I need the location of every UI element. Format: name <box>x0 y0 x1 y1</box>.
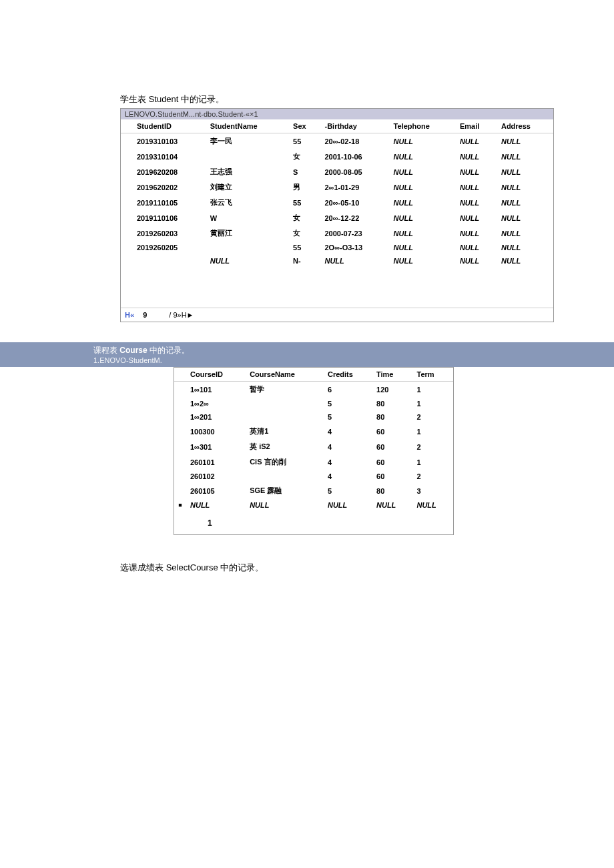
cell[interactable]: 2 <box>412 410 453 424</box>
cell[interactable]: 4 <box>324 439 372 454</box>
col-sex[interactable]: Sex <box>289 119 320 133</box>
cell[interactable]: 80 <box>372 483 412 498</box>
cell[interactable] <box>133 254 206 268</box>
cell[interactable]: NULL <box>412 498 453 512</box>
table-row[interactable]: 2019260203黄丽江女2000-07-23NULLNULLNULL <box>121 226 553 241</box>
cell[interactable]: NULL <box>497 179 553 195</box>
row-selector[interactable] <box>121 254 133 268</box>
cell[interactable]: NULL <box>390 133 456 149</box>
cell[interactable]: 1 <box>412 424 453 439</box>
cell[interactable]: NULL <box>390 254 456 268</box>
col-telephone[interactable]: Telephone <box>390 119 456 133</box>
table-row[interactable]: 1∞101暂学61201 <box>174 382 453 398</box>
cell[interactable]: 李一民 <box>206 133 289 149</box>
col-birthday[interactable]: -Birthday <box>320 119 389 133</box>
cell[interactable]: 55 <box>289 133 320 149</box>
col-courseid[interactable]: CourseID <box>186 368 246 382</box>
cell[interactable]: 60 <box>372 439 412 454</box>
table-row[interactable]: NULLN-NULLNULLNULLNULL <box>121 254 553 268</box>
row-selector[interactable] <box>174 410 186 424</box>
cell[interactable]: NULL <box>456 226 497 241</box>
cell[interactable]: 2019620202 <box>133 179 206 195</box>
cell[interactable]: NULL <box>497 210 553 226</box>
cell[interactable] <box>246 470 324 483</box>
cell[interactable]: NULL <box>390 179 456 195</box>
row-selector[interactable] <box>174 483 186 498</box>
cell[interactable]: NULL <box>206 254 289 268</box>
cell[interactable]: NULL <box>497 226 553 241</box>
cell[interactable]: 2000-07-23 <box>320 226 389 241</box>
cell[interactable]: 1∞2∞ <box>186 397 246 410</box>
table-row[interactable]: 2019260205552O∞-O3-13NULLNULLNULL <box>121 241 553 254</box>
cell[interactable]: 4 <box>324 454 372 470</box>
row-selector[interactable] <box>121 210 133 226</box>
cell[interactable]: NULL <box>324 498 372 512</box>
cell[interactable]: 2000-08-05 <box>320 164 389 179</box>
col-studentname[interactable]: StudentName <box>206 119 289 133</box>
cell[interactable]: 5 <box>324 483 372 498</box>
table-row[interactable]: 1∞2∞5801 <box>174 397 453 410</box>
cell[interactable]: 2019310103 <box>133 133 206 149</box>
row-selector[interactable] <box>174 470 186 483</box>
cell[interactable] <box>246 397 324 410</box>
cell[interactable]: NULL <box>456 149 497 164</box>
cell[interactable]: NULL <box>390 210 456 226</box>
cell[interactable]: 英清1 <box>246 424 324 439</box>
row-selector[interactable] <box>121 226 133 241</box>
cell[interactable]: NULL <box>497 164 553 179</box>
table-row[interactable]: 260101CiS 言的削4601 <box>174 454 453 470</box>
cell[interactable]: 2 <box>412 439 453 454</box>
cell[interactable]: NULL <box>390 149 456 164</box>
student-grid-tab[interactable]: LENOVO.StudentM...nt-dbo.Student-«×1 <box>121 109 553 119</box>
table-row[interactable]: 2019310103李一民5520∞-02-18NULLNULLNULL <box>121 133 553 149</box>
cell[interactable]: 黄丽江 <box>206 226 289 241</box>
table-row[interactable]: 260105SGE 霹融5803 <box>174 483 453 498</box>
row-selector[interactable] <box>121 133 133 149</box>
cell[interactable]: 男 <box>289 179 320 195</box>
cell[interactable]: NULL <box>497 254 553 268</box>
cell[interactable]: 80 <box>372 397 412 410</box>
cell[interactable]: 55 <box>289 195 320 210</box>
table-row[interactable]: 2019620202刘建立男2∞1-01-29NULLNULLNULL <box>121 179 553 195</box>
cell[interactable]: 260102 <box>186 470 246 483</box>
col-address[interactable]: Address <box>497 119 553 133</box>
cell[interactable]: NULL <box>456 179 497 195</box>
cell[interactable]: NULL <box>390 241 456 254</box>
table-row[interactable]: ■NULLNULLNULLNULLNULL <box>174 498 453 512</box>
cell[interactable]: 260105 <box>186 483 246 498</box>
cell[interactable]: 4 <box>324 470 372 483</box>
cell[interactable]: CiS 言的削 <box>246 454 324 470</box>
table-row[interactable]: 2019110105张云飞5520∞-05-10NULLNULLNULL <box>121 195 553 210</box>
cell[interactable]: 60 <box>372 424 412 439</box>
table-row[interactable]: 2019620208王志强S2000-08-05NULLNULLNULL <box>121 164 553 179</box>
cell[interactable]: NULL <box>497 195 553 210</box>
table-row[interactable]: 100300英清14601 <box>174 424 453 439</box>
cell[interactable]: 2019110106 <box>133 210 206 226</box>
row-selector[interactable] <box>174 439 186 454</box>
cell[interactable] <box>206 241 289 254</box>
cell[interactable]: 6 <box>324 382 372 398</box>
row-selector[interactable] <box>121 179 133 195</box>
cell[interactable]: W <box>206 210 289 226</box>
cell[interactable]: S <box>289 164 320 179</box>
cell[interactable]: NULL <box>186 498 246 512</box>
cell[interactable]: NULL <box>497 133 553 149</box>
cell[interactable]: 1∞101 <box>186 382 246 398</box>
cell[interactable]: 刘建立 <box>206 179 289 195</box>
cell[interactable]: NULL <box>456 254 497 268</box>
row-selector[interactable] <box>121 164 133 179</box>
cell[interactable]: 260101 <box>186 454 246 470</box>
cell[interactable]: 55 <box>289 241 320 254</box>
cell[interactable]: 120 <box>372 382 412 398</box>
cell[interactable]: 2019110105 <box>133 195 206 210</box>
cell[interactable]: 60 <box>372 470 412 483</box>
cell[interactable]: 100300 <box>186 424 246 439</box>
cell[interactable] <box>206 149 289 164</box>
cell[interactable]: 20∞-05-10 <box>320 195 389 210</box>
cell[interactable]: 2∞1-01-29 <box>320 179 389 195</box>
col-studentid[interactable]: StudentID <box>133 119 206 133</box>
cell[interactable]: NULL <box>372 498 412 512</box>
cell[interactable]: 20∞-12-22 <box>320 210 389 226</box>
row-selector[interactable] <box>174 454 186 470</box>
cell[interactable]: 1∞301 <box>186 439 246 454</box>
